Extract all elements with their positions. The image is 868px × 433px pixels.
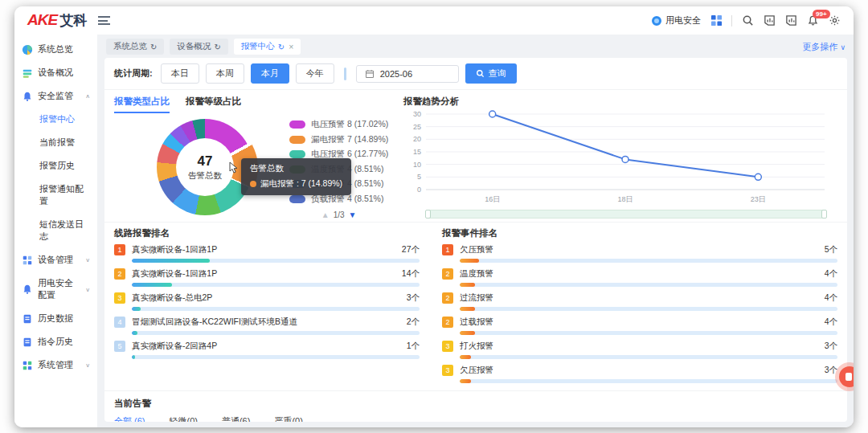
brand-logo-cn: 艾科 bbox=[59, 11, 87, 30]
mouse-cursor-icon bbox=[228, 161, 240, 178]
alert-tab-0[interactable]: 全部 (6) bbox=[114, 415, 145, 422]
pie-icon bbox=[22, 44, 33, 55]
tab-label: 设备概况 bbox=[177, 41, 211, 52]
sidebar-item-5[interactable]: 报警历史 bbox=[14, 154, 97, 178]
menu-collapse-icon[interactable] bbox=[98, 16, 110, 25]
rank-item-label: 真实微断设备-总电2P bbox=[132, 292, 212, 304]
tab-alarm-level-ratio[interactable]: 报警等级占比 bbox=[186, 96, 241, 113]
alert-tab-2[interactable]: 普通(6) bbox=[222, 415, 250, 422]
sidebar-item-2[interactable]: 安全监管∧ bbox=[14, 84, 97, 108]
tooltip-series-dot bbox=[250, 181, 256, 187]
rank-item-main: 2过载报警4个 bbox=[442, 317, 837, 328]
rank-bar-fill bbox=[460, 283, 475, 287]
page-tabbar: 系统总览↻设备概况↻报警中心↻× 更多操作 ∨ bbox=[104, 35, 847, 58]
sidebar-item-label: 系统总览 bbox=[38, 43, 73, 55]
refresh-icon[interactable]: ↻ bbox=[150, 43, 157, 51]
period-button-1[interactable]: 本周 bbox=[206, 63, 244, 84]
rank-badge: 2 bbox=[114, 268, 125, 280]
chart-datazoom-slider[interactable] bbox=[426, 210, 826, 219]
search-button[interactable]: 查询 bbox=[465, 63, 517, 84]
filter-row: 统计周期: 本日本周本月今年 2025-06 查询 bbox=[104, 58, 847, 90]
page-tab-1[interactable]: 设备概况↻ bbox=[170, 39, 227, 55]
rank-bar-fill bbox=[460, 355, 471, 359]
brand-logo-ake: AKE bbox=[27, 11, 57, 29]
report-chart-icon-2[interactable] bbox=[784, 14, 797, 27]
sidebar-item-10[interactable]: 历史数据 bbox=[14, 307, 97, 330]
rank-bar-track bbox=[460, 259, 837, 263]
legend-color-chip bbox=[289, 150, 305, 158]
sidebar-item-1[interactable]: 设备概况 bbox=[14, 61, 97, 84]
sidebar-item-11[interactable]: 指令历史 bbox=[14, 330, 97, 353]
legend-item-label: 电压预警 8 (17.02%) bbox=[311, 119, 388, 130]
close-icon[interactable]: × bbox=[289, 42, 293, 51]
rank-item-count: 3个 bbox=[825, 341, 837, 352]
tooltip-title: 告警总数 bbox=[250, 163, 342, 174]
rank-item-label: 真实微断设备-1回路1P bbox=[132, 268, 217, 280]
donut-center: 47 告警总数 bbox=[176, 138, 234, 196]
legend-item-1[interactable]: 漏电报警 7 (14.89%) bbox=[289, 134, 388, 145]
svg-text:16日: 16日 bbox=[485, 195, 500, 203]
page-tab-0[interactable]: 系统总览↻ bbox=[106, 39, 164, 55]
event-rank-item-3: 2过流报警4个 bbox=[442, 292, 837, 311]
more-actions-link[interactable]: 更多操作 ∨ bbox=[802, 41, 845, 53]
legend-color-chip bbox=[289, 136, 305, 144]
legend-page-up-icon[interactable]: ▲ bbox=[321, 210, 330, 219]
rank-item-main: 1真实微断设备-1回路1P27个 bbox=[114, 244, 420, 255]
period-button-3[interactable]: 今年 bbox=[296, 63, 334, 84]
alarm-type-donut-chart[interactable]: 47 告警总数 告警总数 漏电报警 bbox=[151, 113, 259, 221]
event-rank-item-1: 1欠压预警5个 bbox=[442, 244, 837, 263]
sidebar-item-8[interactable]: 设备管理∨ bbox=[14, 248, 97, 272]
trend-chart-title: 报警趋势分析 bbox=[403, 96, 837, 108]
rank-bar-fill bbox=[460, 307, 475, 311]
notifications-bell-icon[interactable]: 99+ bbox=[806, 14, 819, 27]
settings-gear-icon[interactable] bbox=[828, 14, 841, 27]
refresh-icon[interactable]: ↻ bbox=[278, 43, 285, 51]
current-alerts-title: 当前告警 bbox=[114, 398, 837, 410]
report-chart-icon-1[interactable] bbox=[763, 14, 776, 27]
alert-tab-1[interactable]: 轻微(0) bbox=[170, 415, 198, 422]
line-rank-item-1: 1真实微断设备-1回路1P27个 bbox=[114, 244, 420, 263]
layers-icon bbox=[22, 67, 33, 79]
rank-item-main: 4冒烟测试回路设备-KC22WIFI测试环境B通道2个 bbox=[114, 317, 420, 328]
tab-alarm-type-ratio[interactable]: 报警类型占比 bbox=[114, 96, 170, 113]
period-button-2[interactable]: 本月 bbox=[251, 63, 289, 84]
rank-badge: 5 bbox=[114, 341, 125, 352]
sidebar-item-4[interactable]: 当前报警 bbox=[14, 131, 97, 154]
sidebar-item-label: 安全监管 bbox=[38, 90, 73, 102]
month-picker[interactable]: 2025-06 bbox=[356, 65, 459, 83]
legend-item-label: 漏电报警 7 (14.89%) bbox=[311, 134, 388, 145]
refresh-icon[interactable]: ↻ bbox=[214, 43, 220, 51]
rank-item-main: 2真实微断设备-1回路1P14个 bbox=[114, 268, 420, 280]
alarm-trend-panel: 报警趋势分析 05101520253016日18日23日 bbox=[394, 96, 837, 220]
sidebar-item-12[interactable]: 系统管理∨ bbox=[14, 353, 97, 377]
sidebar-item-6[interactable]: 报警通知配置 bbox=[14, 178, 97, 213]
apps-grid-icon[interactable] bbox=[710, 14, 723, 27]
legend-page-indicator: 1/3 bbox=[334, 210, 345, 219]
event-rank-item-6: 3欠压报警3个 bbox=[442, 365, 837, 383]
tab-label: 报警中心 bbox=[241, 41, 275, 52]
legend-color-chip bbox=[289, 121, 305, 129]
sidebar-item-9[interactable]: 用电安全配置∨ bbox=[14, 272, 97, 307]
rank-item-label: 真实微断设备-2回路4P bbox=[132, 341, 217, 352]
rank-item-main: 5真实微断设备-2回路4P1个 bbox=[114, 341, 420, 352]
chevron-down-icon: ∨ bbox=[840, 43, 845, 51]
rank-item-main: 2过流报警4个 bbox=[442, 292, 837, 304]
sidebar-item-3[interactable]: 报警中心 bbox=[14, 108, 97, 131]
page-tab-2[interactable]: 报警中心↻× bbox=[234, 39, 301, 55]
legend-item-0[interactable]: 电压预警 8 (17.02%) bbox=[289, 119, 388, 130]
legend-page-down-icon[interactable]: ▼ bbox=[349, 210, 357, 219]
svg-text:20: 20 bbox=[413, 135, 421, 143]
alert-tab-3[interactable]: 严重(0) bbox=[274, 415, 302, 422]
rank-badge: 4 bbox=[114, 317, 125, 328]
search-icon[interactable] bbox=[741, 14, 754, 27]
sidebar-item-0[interactable]: 系统总览 bbox=[14, 38, 97, 61]
rank-item-count: 1个 bbox=[407, 341, 420, 352]
rank-bar-track bbox=[132, 331, 420, 335]
sidebar-item-label: 报警中心 bbox=[39, 114, 75, 124]
workspace-switcher[interactable]: 用电安全 bbox=[652, 14, 701, 27]
line-rank-item-5: 5真实微断设备-2回路4P1个 bbox=[114, 341, 420, 359]
period-button-0[interactable]: 本日 bbox=[161, 63, 199, 84]
chevron-down-icon: ∨ bbox=[85, 362, 90, 369]
sidebar-item-7[interactable]: 短信发送日志 bbox=[14, 213, 97, 248]
rank-item-count: 5个 bbox=[825, 244, 837, 255]
